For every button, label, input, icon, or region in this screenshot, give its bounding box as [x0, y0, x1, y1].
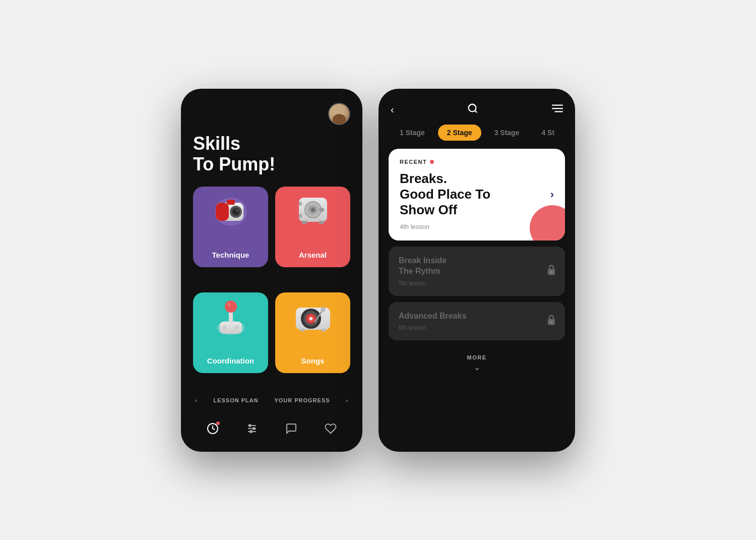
svg-rect-8: [227, 200, 235, 205]
svg-rect-38: [321, 329, 326, 331]
svg-point-45: [250, 431, 252, 433]
svg-point-44: [253, 428, 255, 430]
recent-tag: RECENT: [400, 159, 427, 165]
coordination-icon: [214, 298, 248, 337]
svg-point-54: [550, 321, 552, 323]
svg-rect-37: [300, 329, 305, 331]
your-progress-forward-icon[interactable]: ›: [346, 397, 348, 403]
svg-point-25: [227, 303, 231, 307]
lesson-card-2[interactable]: Advanced Breaks 6th lesson: [389, 302, 565, 341]
lesson-plan-back-icon[interactable]: ‹: [195, 397, 198, 403]
svg-point-14: [311, 208, 314, 211]
right-phone: ‹ 1 Stage 2 Stage 3 Stage 4 St RECENT: [379, 89, 575, 452]
svg-point-24: [225, 301, 237, 313]
right-content: RECENT Breaks.Good Place ToShow Off 4th …: [379, 149, 575, 452]
recent-card[interactable]: RECENT Breaks.Good Place ToShow Off 4th …: [389, 149, 565, 241]
skill-card-technique[interactable]: Technique: [193, 187, 268, 267]
svg-point-7: [236, 210, 238, 212]
svg-line-47: [475, 110, 477, 112]
bottom-nav: [193, 414, 350, 442]
recent-dot: [430, 160, 434, 164]
stage-tab-4[interactable]: 4 St: [532, 125, 563, 141]
svg-point-43: [249, 425, 251, 427]
svg-point-36: [321, 307, 326, 312]
lesson-plan-row: ‹ LESSON PLAN YOUR PROGRESS ›: [193, 391, 350, 409]
lesson-card-1[interactable]: Break InsideThe Rythm 5th lesson: [389, 247, 565, 296]
technique-label: Technique: [212, 251, 249, 259]
svg-rect-15: [319, 208, 324, 212]
stage-tabs: 1 Stage 2 Stage 3 Stage 4 St: [379, 125, 575, 149]
menu-icon[interactable]: [552, 104, 563, 115]
nav-clock-icon[interactable]: [207, 423, 219, 438]
songs-icon: [294, 298, 332, 333]
svg-point-52: [550, 271, 552, 273]
lock-1-icon: [547, 264, 556, 278]
arsenal-label: Arsenal: [299, 251, 327, 259]
skill-card-songs[interactable]: Songs: [275, 292, 350, 373]
your-progress-label[interactable]: YOUR PROGRESS: [274, 397, 330, 403]
recent-decoration: [530, 205, 565, 241]
stage-tab-3[interactable]: 3 Stage: [485, 125, 529, 141]
right-header: ‹: [379, 89, 575, 125]
recent-title: Breaks.Good Place ToShow Off: [400, 171, 508, 218]
header-row: [193, 103, 350, 125]
search-icon[interactable]: [467, 103, 478, 116]
skills-grid: Technique: [193, 187, 350, 391]
nav-heart-icon[interactable]: [325, 423, 337, 438]
nav-chat-icon[interactable]: [285, 423, 297, 438]
svg-rect-3: [216, 203, 229, 221]
lesson-plan-label[interactable]: LESSON PLAN: [213, 397, 258, 403]
songs-label: Songs: [301, 356, 325, 365]
stage-tab-2[interactable]: 2 Stage: [438, 125, 481, 141]
svg-rect-17: [299, 214, 302, 218]
lesson-1-title: Break InsideThe Rythm: [399, 256, 555, 277]
svg-rect-18: [302, 221, 307, 224]
coordination-label: Coordination: [207, 356, 254, 365]
lesson-2-title: Advanced Breaks: [399, 311, 555, 322]
more-section[interactable]: MORE ⌄: [389, 346, 565, 378]
app-title-section: Skills To Pump!: [193, 133, 350, 175]
lesson-2-subtitle: 6th lesson: [399, 324, 555, 331]
arsenal-icon: [295, 193, 331, 227]
svg-rect-19: [319, 221, 324, 224]
svg-rect-16: [299, 202, 302, 206]
recent-forward-icon[interactable]: ›: [550, 188, 554, 201]
stage-tab-1[interactable]: 1 Stage: [391, 125, 434, 141]
svg-point-34: [309, 317, 312, 320]
svg-point-27: [235, 326, 239, 330]
skill-card-coordination[interactable]: Coordination: [193, 292, 268, 373]
technique-icon: [211, 193, 251, 228]
nav-sliders-icon[interactable]: [246, 423, 258, 438]
more-chevron-icon: ⌄: [389, 363, 565, 372]
lesson-1-subtitle: 5th lesson: [399, 280, 555, 287]
more-label: MORE: [389, 354, 565, 361]
recent-label: RECENT: [400, 159, 554, 165]
back-button[interactable]: ‹: [391, 104, 394, 115]
avatar[interactable]: [328, 103, 350, 125]
svg-point-46: [469, 104, 476, 111]
left-phone: Skills To Pump!: [181, 89, 362, 452]
skill-card-arsenal[interactable]: Arsenal: [275, 187, 350, 267]
svg-point-26: [223, 326, 227, 330]
lock-2-icon: [547, 315, 556, 328]
app-title: Skills To Pump!: [193, 133, 350, 175]
